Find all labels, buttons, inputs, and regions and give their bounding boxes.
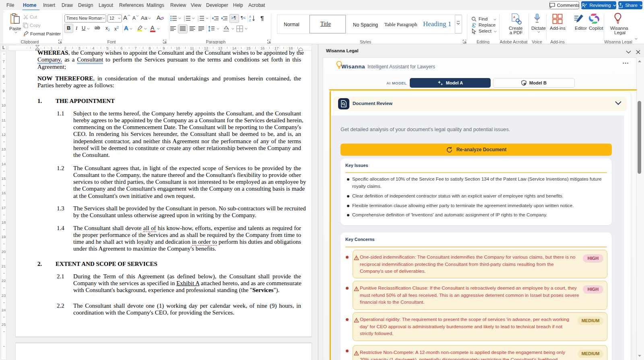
svg-text:Z: Z xyxy=(249,19,251,22)
svg-text:c: c xyxy=(474,25,475,28)
svg-text:A: A xyxy=(249,15,251,19)
svg-text:3: 3 xyxy=(198,20,199,22)
svg-text:A: A xyxy=(513,16,515,19)
svg-text:3: 3 xyxy=(184,20,185,22)
